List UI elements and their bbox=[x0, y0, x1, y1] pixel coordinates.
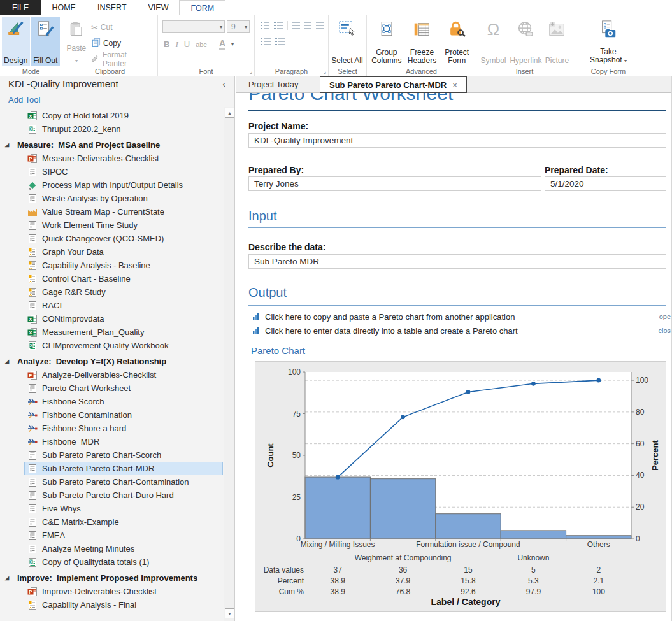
prepared-date-input[interactable] bbox=[545, 176, 666, 191]
take-snapshot-button[interactable]: Take Snapshot ▾ bbox=[585, 17, 631, 66]
tree-item[interactable]: Fishbone Shore a hard bbox=[24, 422, 223, 435]
fill-out-button[interactable]: Fill Out bbox=[31, 17, 60, 66]
tree-item[interactable]: Sub Pareto Pareto Chart-MDR bbox=[24, 462, 223, 475]
add-tool-link[interactable]: Add Tool bbox=[8, 95, 40, 104]
italic-button[interactable]: I bbox=[175, 39, 178, 50]
font-name-combo[interactable]: ▾ bbox=[162, 20, 225, 33]
select-all-button[interactable]: Select All bbox=[331, 17, 364, 66]
tree-item[interactable]: Capability Analysis - Baseline bbox=[24, 259, 223, 272]
enter-data-link[interactable]: Click here to enter data directly into a… bbox=[251, 325, 518, 336]
tree-item[interactable]: Analyze Meeting Minutes bbox=[24, 542, 223, 555]
underline-button[interactable]: U bbox=[184, 39, 190, 49]
expander-icon[interactable]: ◢ bbox=[5, 142, 13, 148]
svg-text:100: 100 bbox=[288, 368, 301, 376]
tree-item[interactable]: C&E Matrix-Example bbox=[24, 515, 223, 529]
tree-item[interactable]: Process Map with Input/Output Details bbox=[24, 178, 223, 192]
tree-item[interactable]: XCopy of Hold total 2019 bbox=[24, 109, 223, 122]
scroll-up-icon[interactable]: ▲ bbox=[225, 108, 234, 118]
font-color-dropdown-icon[interactable]: ▾ bbox=[231, 41, 234, 47]
group-label-font: Font bbox=[158, 68, 254, 75]
tree-section[interactable]: ◢Measure: MSA and Project Baseline bbox=[5, 138, 223, 152]
tree-item[interactable]: Capability Analysis - Final bbox=[24, 598, 223, 611]
svg-text:X: X bbox=[29, 316, 32, 322]
tree-item[interactable]: Control Chart - Baseline bbox=[24, 272, 223, 285]
tree-item[interactable]: FMEA bbox=[24, 529, 223, 542]
tab-sub-pareto-mdr[interactable]: Sub Pareto Pareto Chart-MDR × bbox=[320, 76, 467, 93]
tree-item[interactable]: Value Stream Map - CurrentState bbox=[24, 205, 223, 218]
form-icon bbox=[27, 517, 38, 527]
form-icon bbox=[27, 220, 38, 231]
tree-item[interactable]: Work Element Time Study bbox=[24, 218, 223, 232]
sidebar-collapse-icon[interactable]: ‹ bbox=[222, 79, 225, 89]
picture-button[interactable]: Picture bbox=[543, 17, 571, 66]
svg-text:92.6: 92.6 bbox=[461, 587, 476, 596]
menu-tab-view[interactable]: VIEW bbox=[138, 0, 180, 15]
tree-section[interactable]: ◢Analyze: Develop Y=f(X) Relationship bbox=[5, 355, 223, 368]
sidebar-scrollbar[interactable]: ▲ ▼ bbox=[224, 107, 234, 621]
bullet-list-icon[interactable] bbox=[261, 22, 269, 30]
paste-button[interactable]: Paste ▾ bbox=[64, 17, 89, 66]
tree-item[interactable]: Sub Pareto Pareto Chart-Scorch bbox=[24, 448, 223, 462]
paragraph-dialog-launcher-icon[interactable]: ⌟ bbox=[324, 68, 326, 75]
tree-item[interactable]: Pareto Chart Worksheet bbox=[24, 382, 223, 395]
tree-item[interactable]: Sub Pareto Pareto Chart-Contamination bbox=[24, 475, 223, 489]
tree-item[interactable]: Five Whys bbox=[24, 502, 223, 515]
menu-tab-file[interactable]: FILE bbox=[0, 0, 41, 15]
menu-tab-insert[interactable]: INSERT bbox=[87, 0, 138, 15]
tree-item-label: FMEA bbox=[42, 531, 65, 540]
tree-item[interactable]: XThruput 2020.2_kenn bbox=[24, 122, 223, 136]
decrease-indent-icon[interactable] bbox=[261, 38, 271, 46]
tree-item[interactable]: Quick Changeover (QCO-SMED) bbox=[24, 232, 223, 245]
symbol-button[interactable]: Ω Symbol bbox=[478, 17, 508, 66]
hyperlink-button[interactable]: Hyperlink bbox=[508, 17, 543, 66]
tree-item[interactable]: Sub Pareto Pareto Chart-Duro Hard bbox=[24, 489, 223, 502]
tree-item[interactable]: Fishbone Scorch bbox=[24, 395, 223, 408]
protect-form-button[interactable]: Protect Form bbox=[440, 17, 474, 66]
increase-indent-icon[interactable] bbox=[275, 38, 285, 46]
scroll-down-icon[interactable]: ▼ bbox=[225, 608, 234, 618]
tree-item[interactable]: PMeasure-Deliverables-Checklist bbox=[24, 152, 223, 165]
tree-item[interactable]: PImprove-Deliverables-Checklist bbox=[24, 585, 223, 598]
strikethrough-button[interactable]: abc bbox=[196, 41, 207, 48]
group-columns-button[interactable]: Group Columns bbox=[369, 17, 404, 66]
tree-item[interactable]: Gage R&R Study bbox=[24, 285, 223, 299]
tree-item-label: Waste Analysis by Operation bbox=[42, 194, 148, 203]
tree-item[interactable]: SIPOC bbox=[24, 165, 223, 178]
tree-item[interactable]: Fishbone Contamination bbox=[24, 408, 223, 422]
close-tab-icon[interactable]: × bbox=[452, 77, 457, 93]
font-dialog-launcher-icon[interactable]: ⌟ bbox=[250, 68, 252, 75]
tree-item[interactable]: Fishbone MDR bbox=[24, 435, 223, 448]
font-color-button[interactable]: A bbox=[219, 38, 225, 50]
tree-item[interactable]: RACI bbox=[24, 299, 223, 312]
bold-button[interactable]: B bbox=[164, 39, 169, 49]
tree-item[interactable]: XCONtImprovdata bbox=[24, 312, 223, 325]
cut-button[interactable]: ✂ Cut bbox=[89, 20, 155, 34]
tree-item[interactable]: PAnalyze-Deliverables-Checklist bbox=[24, 368, 223, 382]
ppt-icon: P bbox=[27, 370, 38, 380]
freeze-headers-button[interactable]: Freeze Headers bbox=[404, 17, 440, 66]
take-snapshot-dropdown-icon: ▾ bbox=[624, 58, 627, 64]
tree-item[interactable]: Graph Your Data bbox=[24, 245, 223, 259]
align-right-icon[interactable] bbox=[316, 22, 324, 30]
menu-tab-form[interactable]: FORM bbox=[179, 0, 225, 15]
align-center-icon[interactable] bbox=[304, 22, 312, 30]
tree-section[interactable]: ◢Improve: Implement Proposed Improvement… bbox=[5, 571, 223, 585]
copy-button[interactable]: Copy bbox=[89, 36, 155, 50]
tree-item[interactable]: XCopy of Qualitydata totals (1) bbox=[24, 555, 223, 569]
format-painter-button[interactable]: Format Painter bbox=[89, 52, 155, 66]
expander-icon[interactable]: ◢ bbox=[5, 359, 13, 364]
font-size-combo[interactable]: 9▾ bbox=[227, 20, 250, 33]
tree-item[interactable]: Waste Analysis by Operation bbox=[24, 192, 223, 205]
project-name-input[interactable] bbox=[248, 133, 666, 148]
tab-project-today[interactable]: Project Today bbox=[239, 76, 308, 93]
paste-pareto-link[interactable]: Click here to copy and paste a Pareto ch… bbox=[251, 311, 515, 322]
expander-icon[interactable]: ◢ bbox=[5, 575, 13, 581]
numbered-list-icon[interactable] bbox=[274, 22, 283, 30]
design-button[interactable]: Design bbox=[2, 17, 30, 66]
menu-tab-home[interactable]: HOME bbox=[41, 0, 87, 15]
prepared-by-input[interactable] bbox=[248, 176, 541, 191]
tree-item[interactable]: XCI IMprovement Quality Workbook bbox=[24, 339, 223, 352]
describe-data-input[interactable] bbox=[248, 254, 666, 269]
tree-item[interactable]: XMeasurement_Plan_Quality bbox=[24, 325, 223, 339]
align-left-icon[interactable] bbox=[292, 22, 300, 30]
